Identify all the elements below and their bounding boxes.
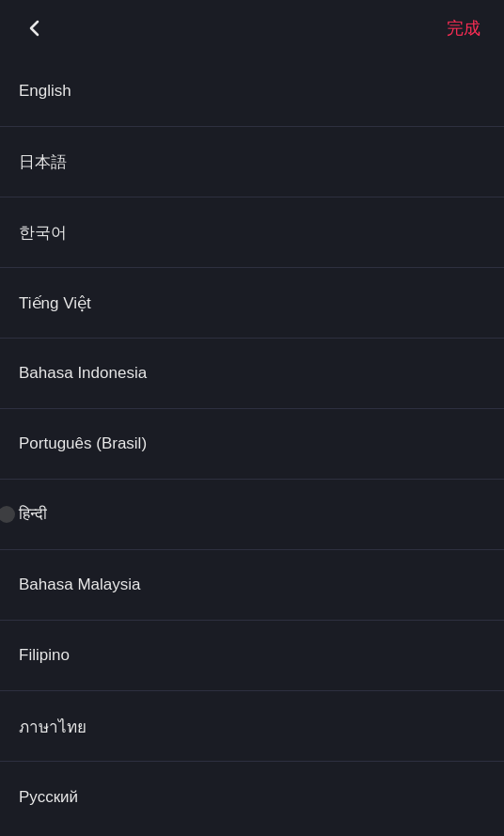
- language-item-bahasa-indonesia[interactable]: Bahasa Indonesia: [0, 339, 504, 409]
- screen-container: 完成 English日本語한국어Tiếng ViệtBahasa Indones…: [0, 0, 504, 832]
- language-label: 日本語: [19, 151, 67, 173]
- language-label: Tiếng Việt: [19, 293, 91, 313]
- language-item-portuguese-brazil[interactable]: Português (Brasil): [0, 409, 504, 480]
- language-item-korean[interactable]: 한국어: [0, 197, 504, 268]
- watermark-icon: [0, 506, 15, 523]
- language-item-filipino[interactable]: Filipino: [0, 621, 504, 691]
- language-label: हिन्दी: [19, 505, 47, 524]
- language-label: English: [19, 82, 71, 101]
- language-label: Bahasa Indonesia: [19, 364, 147, 383]
- language-item-hindi[interactable]: हिन्दी: [0, 480, 504, 550]
- language-label: Русский: [19, 788, 78, 807]
- language-label: Filipino: [19, 646, 70, 665]
- back-button[interactable]: [19, 12, 51, 44]
- language-item-bahasa-malaysia[interactable]: Bahasa Malaysia: [0, 550, 504, 621]
- language-item-russian[interactable]: Русский: [0, 762, 504, 832]
- language-item-thai[interactable]: ภาษาไทย: [0, 691, 504, 762]
- language-item-vietnamese[interactable]: Tiếng Việt: [0, 268, 504, 339]
- language-label: 한국어: [19, 222, 67, 244]
- language-label: Bahasa Malaysia: [19, 576, 140, 594]
- language-item-japanese[interactable]: 日本語: [0, 127, 504, 197]
- done-button[interactable]: 完成: [442, 12, 485, 44]
- language-label: ภาษาไทย: [19, 714, 87, 739]
- language-list: English日本語한국어Tiếng ViệtBahasa IndonesiaP…: [0, 56, 504, 832]
- language-item-english[interactable]: English: [0, 56, 504, 127]
- header: 完成: [0, 0, 504, 56]
- language-label: Português (Brasil): [19, 434, 147, 453]
